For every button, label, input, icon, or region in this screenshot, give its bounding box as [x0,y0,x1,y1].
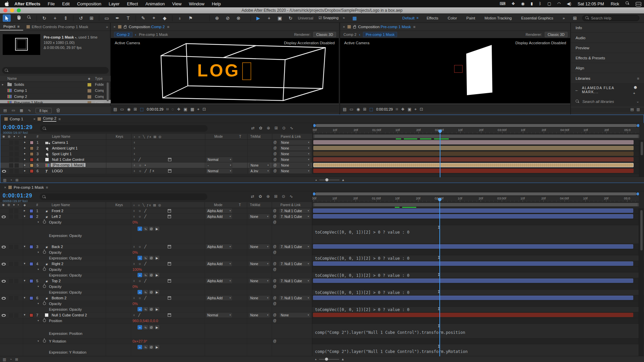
layer-visibility-toggle[interactable] [2,170,6,173]
expression-language-button[interactable]: ▶ [155,227,159,231]
layer-color-swatch[interactable] [30,152,34,156]
layer-visibility-toggle[interactable] [2,257,6,260]
lock-toggle-cell[interactable] [14,279,18,283]
lock-toggle-cell[interactable] [14,146,19,150]
layer-name[interactable]: Null 1 Cube Control [52,158,84,162]
grid-guides-icon[interactable]: ⊞ [133,107,137,112]
blend-mode-select[interactable]: Normal▾ [206,169,232,173]
expression-graph-button[interactable]: ∿ [143,273,148,277]
expand-layer-switches-icon[interactable]: ▥ [3,178,6,182]
zoom-tool[interactable] [26,15,32,21]
stopwatch-icon[interactable] [43,302,46,305]
layer-color-swatch[interactable] [30,141,34,144]
channel-icon[interactable]: ◉ [357,107,360,112]
brush-tool[interactable]: ✎ [140,15,146,21]
expand-collapse-arrow[interactable]: ▾ [24,296,25,299]
clone-stamp-tool[interactable]: ⌖ [151,15,157,21]
column-header-type[interactable]: Type [95,76,103,80]
battery-icon[interactable]: ▮ [531,1,533,6]
timeline-layer-row[interactable]: ▾ Expression: Opacity =∿@▶ ▾ ▾ @ ▾ [0,307,644,312]
bluetooth-icon[interactable]: ᛒ [539,1,541,6]
layer-name[interactable]: Ambient Light 1 [52,146,77,150]
pan-behind-tool[interactable]: ⊞ [89,15,95,21]
expression-graph-button[interactable]: ∿ [143,345,148,349]
layer-visibility-toggle[interactable] [2,303,6,305]
layer-color-swatch[interactable] [30,226,33,230]
layer-color-swatch[interactable] [30,296,33,300]
layer-visibility-toggle[interactable] [2,308,6,311]
parent-pickwhip-icon[interactable]: @ [273,220,276,224]
property-name[interactable]: Y Rotation [49,339,66,343]
expand-transfer-controls-icon[interactable]: ◔ [9,357,12,362]
parent-pickwhip-icon[interactable]: @ [273,262,276,265]
expression-pickwhip-button[interactable]: @ [149,273,154,277]
timeline-layer-row[interactable]: ▾ 6 Bottom 2 ▾ =∿@▶ ♁ ☼ ╱ Alpha Add▾ [0,295,644,301]
expression-language-button[interactable]: ▶ [155,256,159,260]
layer-color-swatch[interactable] [30,345,33,349]
library-search-field[interactable]: Search all libraries ⌄ [571,96,644,107]
property-name[interactable]: Position [49,319,62,323]
parent-link-select[interactable]: None▾ [279,313,310,317]
expand-collapse-arrow[interactable]: ▾ [24,262,25,265]
project-item-thumbnail[interactable] [3,34,40,55]
project-item-row[interactable]: ▸ Solids Folder [0,82,111,88]
expand-collapse-arrow[interactable]: ▾ [24,215,25,218]
blend-mode-select[interactable]: Alpha Add▾ [206,214,232,219]
layer-switches[interactable]: ♁ ☼ ╱ [133,215,147,218]
creative-cloud-icon[interactable]: ◉ [521,1,525,6]
work-area-bar[interactable] [313,203,639,206]
timeline-layer-row[interactable]: ▾ Position 960.0,540.0,0.0 =∿@▶ ▾ ▾ @ ▾ [0,318,644,324]
timeline-layer-row[interactable]: ▾ Expression: Position =∿@▶ ▾ ▾ @ ▾ [0,324,644,339]
expression-language-button[interactable]: ▶ [155,307,159,311]
track-matte-select[interactable]: None▾ [249,163,270,168]
layer-switches[interactable]: ♁ ☼ ╱ [133,245,147,248]
layer-visibility-toggle[interactable] [2,274,6,277]
layer-visibility-toggle[interactable] [2,246,6,248]
parent-pickwhip-icon[interactable]: @ [273,169,277,173]
layer-name[interactable]: LOGO [52,169,63,173]
layer-visibility-toggle[interactable] [2,280,6,283]
track-matte-select[interactable]: None▾ [249,296,270,300]
expand-collapse-arrow[interactable]: ▸ [24,152,26,155]
graph-editor-icon[interactable]: ∿ [289,194,293,199]
blend-mode-select[interactable]: -▾ [206,163,232,168]
timeline-layer-row[interactable]: ▾ 5 Top 2 ▾ =∿@▶ ♁ ☼ ╱ Alpha Add▾ [0,278,644,284]
parent-pickwhip-icon[interactable]: @ [273,285,276,288]
timeline-layer-row[interactable]: ▸ 3 Spot Light 1 ▾ =∿@▶ ♁ ▾ [0,151,644,157]
layer-visibility-toggle[interactable] [2,216,6,218]
expression-enable-button[interactable]: = [138,256,142,260]
layer-color-swatch[interactable] [30,274,33,277]
expression-graph-button[interactable]: ∿ [143,325,148,329]
expression-enable-button[interactable]: = [138,325,142,329]
track-matte-select[interactable]: None▾ [249,214,270,219]
timeline-layer-row[interactable]: ▾ 3 Back 2 ▾ =∿@▶ ♁ ☼ ╱ Alpha Add▾ [0,244,644,250]
timeline-layer-row[interactable]: ▸ 4 Null 1 Cube Control ▾ =∿@▶ ♁ ╱ N [0,157,644,163]
layer-name[interactable]: Top 2 [52,279,61,283]
layer-color-swatch[interactable] [30,262,33,266]
library-name[interactable]: ALAMEDA FLEA MARK... [582,86,630,94]
timeline-search-field[interactable] [40,193,207,200]
property-expand-arrow[interactable]: ▾ [38,268,39,271]
parent-pickwhip-icon[interactable]: @ [273,302,276,305]
column-keys[interactable]: Keys [115,203,123,207]
menu-item[interactable]: File [48,1,55,6]
3d-layer-switch[interactable] [168,245,171,248]
zoom-window-button[interactable] [17,8,21,12]
volume-icon[interactable]: ◀) [567,1,571,6]
collapsed-panel-tab[interactable]: Preview [571,43,644,53]
lock-toggle-cell[interactable] [14,140,19,145]
column-t[interactable]: T [239,135,241,138]
audio-toggle-cell[interactable] [9,209,13,213]
timeline-layer-row[interactable]: ▸ 2 Ambient Light 1 ▾ =∿@▶ ♁ ▾ [0,145,644,151]
panel-menu-icon[interactable]: ≡ [167,25,169,29]
expand-collapse-arrow[interactable]: ▸ [24,140,26,144]
blend-mode-select[interactable]: Alpha Add▾ [206,261,232,266]
layer-visibility-toggle[interactable] [2,251,6,254]
libraries-panel-tab[interactable]: Libraries ≡ [571,73,644,84]
snapping-checkbox[interactable]: ☑ Snapping [319,16,338,20]
puppet-pin-tool[interactable]: ⚑ [187,15,194,21]
stopwatch-icon[interactable] [43,268,46,271]
layer-visibility-toggle[interactable] [2,141,6,144]
track-matte-select[interactable]: A.Inv▾ [249,169,270,173]
item-label-swatch[interactable] [88,101,91,104]
